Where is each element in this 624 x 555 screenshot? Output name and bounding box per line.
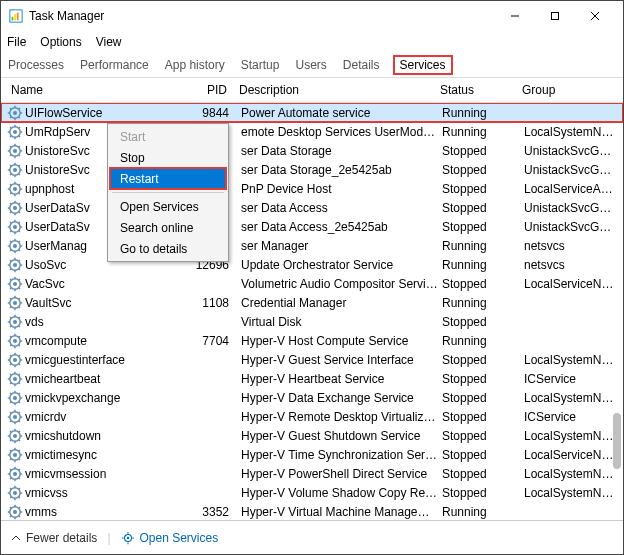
- svg-line-34: [10, 146, 11, 147]
- open-services-label: Open Services: [140, 531, 219, 545]
- table-row[interactable]: UserManagser ManagerRunningnetsvcs: [1, 236, 623, 255]
- service-icon: [7, 238, 23, 254]
- header-name[interactable]: Name: [1, 83, 191, 97]
- service-group: LocalServiceNe...: [520, 277, 623, 291]
- service-icon: [7, 390, 23, 406]
- service-name: vmicvmsession: [25, 467, 191, 481]
- service-status: Stopped: [438, 201, 520, 215]
- service-name: vmcompute: [25, 334, 191, 348]
- svg-rect-1: [12, 17, 14, 21]
- svg-line-94: [10, 260, 11, 261]
- svg-line-104: [10, 279, 11, 280]
- tab-services[interactable]: Services: [393, 55, 453, 75]
- table-row[interactable]: UIFlowService9844Power Automate serviceR…: [1, 103, 623, 122]
- svg-line-116: [10, 306, 11, 307]
- tab-bar: Processes Performance App history Startu…: [1, 53, 623, 77]
- tab-details[interactable]: Details: [340, 56, 383, 74]
- title-bar[interactable]: Task Manager: [1, 1, 623, 31]
- menu-stop[interactable]: Stop: [110, 147, 226, 168]
- table-row[interactable]: UnistoreSvcser Data Storage_2e5425abStop…: [1, 160, 623, 179]
- menu-file[interactable]: File: [7, 35, 26, 49]
- tab-processes[interactable]: Processes: [5, 56, 67, 74]
- table-row[interactable]: vmicheartbeatHyper-V Heartbeat ServiceSt…: [1, 369, 623, 388]
- svg-point-159: [13, 396, 17, 400]
- fewer-details-button[interactable]: Fewer details: [11, 531, 97, 545]
- footer-bar: Fewer details | Open Services: [1, 520, 623, 554]
- svg-line-76: [10, 230, 11, 231]
- table-row[interactable]: UsoSvc12696Update Orchestrator ServiceRu…: [1, 255, 623, 274]
- service-group: UnistackSvcGro...: [520, 144, 623, 158]
- table-row[interactable]: vmictimesyncHyper-V Time Synchronization…: [1, 445, 623, 464]
- table-row[interactable]: vmicguestinterfaceHyper-V Guest Service …: [1, 350, 623, 369]
- header-group[interactable]: Group: [518, 83, 623, 97]
- tab-users[interactable]: Users: [292, 56, 329, 74]
- menu-open-services[interactable]: Open Services: [110, 196, 226, 217]
- service-desc: Hyper-V Virtual Machine Management: [233, 505, 438, 519]
- service-name: vmicrdv: [25, 410, 191, 424]
- svg-line-226: [10, 515, 11, 516]
- service-icon: [7, 447, 23, 463]
- services-list[interactable]: UIFlowService9844Power Automate serviceR…: [1, 103, 623, 520]
- service-name: VacSvc: [25, 277, 191, 291]
- svg-line-115: [19, 306, 20, 307]
- scrollbar-thumb[interactable]: [613, 413, 621, 469]
- svg-point-29: [13, 149, 17, 153]
- window-title: Task Manager: [29, 9, 495, 23]
- table-row[interactable]: vdsVirtual DiskStopped: [1, 312, 623, 331]
- table-row[interactable]: vmms3352Hyper-V Virtual Machine Manageme…: [1, 502, 623, 520]
- svg-line-85: [19, 249, 20, 250]
- header-pid[interactable]: PID: [191, 83, 231, 97]
- table-row[interactable]: vmcompute7704Hyper-V Host Compute Servic…: [1, 331, 623, 350]
- open-services-button[interactable]: Open Services: [121, 531, 219, 545]
- tab-performance[interactable]: Performance: [77, 56, 152, 74]
- menu-sep: [112, 192, 224, 193]
- service-group: LocalSystemNe...: [520, 391, 623, 405]
- close-button[interactable]: [575, 4, 615, 28]
- table-row[interactable]: UserDataSvser Data AccessStoppedUnistack…: [1, 198, 623, 217]
- menu-search-online[interactable]: Search online: [110, 217, 226, 238]
- service-status: Stopped: [438, 448, 520, 462]
- svg-line-16: [10, 116, 11, 117]
- svg-point-19: [13, 130, 17, 134]
- table-row[interactable]: UserDataSvser Data Access_2e5425abStoppe…: [1, 217, 623, 236]
- table-row[interactable]: upnphostPnP Device HostStoppedLocalServi…: [1, 179, 623, 198]
- minimize-button[interactable]: [495, 4, 535, 28]
- table-row[interactable]: VacSvcVolumetric Audio Compositor Servic…: [1, 274, 623, 293]
- service-name: vmictimesync: [25, 448, 191, 462]
- svg-line-194: [10, 450, 11, 451]
- table-row[interactable]: vmicvmsessionHyper-V PowerShell Direct S…: [1, 464, 623, 483]
- svg-line-25: [19, 135, 20, 136]
- table-row[interactable]: vmickvpexchangeHyper-V Data Exchange Ser…: [1, 388, 623, 407]
- header-status[interactable]: Status: [436, 83, 518, 97]
- table-row[interactable]: vmicrdvHyper-V Remote Desktop Virtualiza…: [1, 407, 623, 426]
- service-status: Stopped: [438, 220, 520, 234]
- svg-line-174: [10, 412, 11, 413]
- table-row[interactable]: vmicvssHyper-V Volume Shadow Copy Reque.…: [1, 483, 623, 502]
- table-row[interactable]: UnistoreSvcser Data StorageStoppedUnista…: [1, 141, 623, 160]
- service-name: vmickvpexchange: [25, 391, 191, 405]
- tab-app-history[interactable]: App history: [162, 56, 228, 74]
- service-desc: Hyper-V Time Synchronization Service: [233, 448, 438, 462]
- menu-start[interactable]: Start: [110, 126, 226, 147]
- menu-view[interactable]: View: [96, 35, 122, 49]
- table-row[interactable]: vmicshutdownHyper-V Guest Shutdown Servi…: [1, 426, 623, 445]
- menu-options[interactable]: Options: [40, 35, 81, 49]
- maximize-button[interactable]: [535, 4, 575, 28]
- svg-line-215: [19, 496, 20, 497]
- table-row[interactable]: VaultSvc1108Credential ManagerRunning: [1, 293, 623, 312]
- menu-goto-details[interactable]: Go to details: [110, 238, 226, 259]
- svg-line-137: [19, 336, 20, 337]
- tab-startup[interactable]: Startup: [238, 56, 283, 74]
- service-name: vmicshutdown: [25, 429, 191, 443]
- table-row[interactable]: UmRdpServemote Desktop Services UserMode…: [1, 122, 623, 141]
- svg-line-195: [19, 458, 20, 459]
- svg-line-145: [19, 363, 20, 364]
- svg-point-69: [13, 225, 17, 229]
- service-name: vmicguestinterface: [25, 353, 191, 367]
- service-desc: Hyper-V Remote Desktop Virtualizati...: [233, 410, 438, 424]
- menu-restart[interactable]: Restart: [110, 168, 226, 189]
- svg-point-199: [13, 472, 17, 476]
- svg-point-89: [13, 263, 17, 267]
- service-name: UIFlowService: [25, 106, 191, 120]
- header-description[interactable]: Description: [231, 83, 436, 97]
